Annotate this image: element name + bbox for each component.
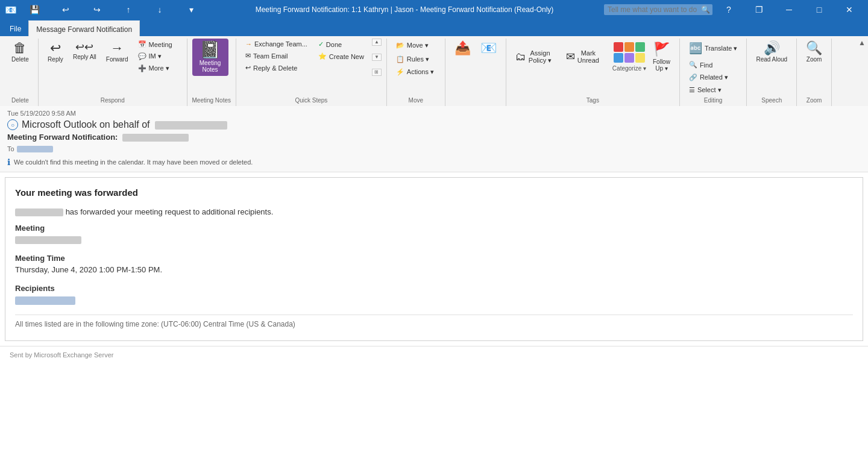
related-button[interactable]: 🔗 Related ▾ xyxy=(685,72,742,83)
reply-delete-icon: ↩ xyxy=(245,64,251,72)
help-button[interactable]: ? xyxy=(715,0,743,19)
exchange-team-button[interactable]: → Exchange Team... xyxy=(241,39,312,49)
translate-button[interactable]: 🔤 Translate ▾ xyxy=(685,39,742,58)
forward-button[interactable]: → Forward xyxy=(102,39,133,66)
color-green xyxy=(635,42,645,52)
categorize-label: Categorize ▾ xyxy=(612,65,646,72)
meeting-notes-group-label: Meeting Notes xyxy=(192,96,231,106)
move-buttons: 📂 Move ▾ 📋 Rules ▾ ⚡ Actions ▾ xyxy=(392,39,440,96)
meeting-notes-button[interactable]: 📓 MeetingNotes xyxy=(192,39,228,76)
forward-icon: → xyxy=(110,42,124,55)
meeting-button[interactable]: 📅 Meeting xyxy=(134,39,182,50)
window-title: Meeting Forward Notification: 1:1 Kathry… xyxy=(256,5,554,14)
save-button[interactable]: 💾 xyxy=(20,0,48,19)
customize-button[interactable]: ▾ xyxy=(177,0,205,19)
zoom-button[interactable]: 🔍 Zoom xyxy=(802,39,826,66)
quick-steps-list-2: ✓ Done ⭐ Create New xyxy=(314,39,368,96)
respond-buttons: ↩ Reply ↩↩ Reply All → Forward 📅 Meeting… xyxy=(43,39,182,96)
tags-group-label: Tags xyxy=(511,96,675,106)
tags-buttons: 🗂 AssignPolicy ▾ ✉ MarkUnread xyxy=(511,39,675,96)
email-date: Tue 5/19/2020 9:58 AM xyxy=(7,110,861,117)
more-icon: ➕ xyxy=(138,64,146,72)
rules-icon: 📋 xyxy=(396,55,404,63)
done-button[interactable]: ✓ Done xyxy=(314,39,368,50)
undo-button[interactable]: ↩ xyxy=(52,0,80,19)
ribbon-group-editing: 🔤 Translate ▾ 🔍 Find 🔗 Related ▾ ☰ Selec… xyxy=(680,39,747,106)
reply-delete-button[interactable]: ↩ Reply & Delete xyxy=(241,62,312,74)
color-orange xyxy=(624,42,634,52)
ribbon-group-delete: 🗑 Delete Delete xyxy=(2,39,39,106)
respond-small-buttons: 📅 Meeting 💬 IM ▾ ➕ More ▾ xyxy=(134,39,182,74)
email-sender-row: ○ Microsoft Outlook on behalf of xyxy=(7,119,861,130)
down-button[interactable]: ↓ xyxy=(146,0,174,19)
scroll-expand-arrow[interactable]: ⊞ xyxy=(372,69,382,76)
editing-content: 🔤 Translate ▾ 🔍 Find 🔗 Related ▾ ☰ Selec… xyxy=(685,39,742,96)
follow-up-button[interactable]: 🚩 FollowUp ▾ xyxy=(649,39,675,75)
redo-button[interactable]: ↪ xyxy=(83,0,111,19)
meeting-icon: 📅 xyxy=(138,40,146,48)
outbox-button[interactable]: 📤 xyxy=(450,39,475,58)
find-button[interactable]: 🔍 Find xyxy=(685,59,742,70)
respond-group-label: Respond xyxy=(43,96,182,106)
up-button[interactable]: ↑ xyxy=(115,0,142,19)
meeting-time-label: Meeting Time xyxy=(15,254,853,263)
create-new-button[interactable]: ⭐ Create New xyxy=(314,51,368,62)
maximize-button[interactable]: □ xyxy=(805,0,833,19)
server-note: Sent by Microsoft Exchange Server xyxy=(10,351,113,359)
read-aloud-button[interactable]: 🔊 Read Aloud xyxy=(752,39,791,66)
restore-button[interactable]: ❐ xyxy=(745,0,773,19)
minimize-button[interactable]: ─ xyxy=(775,0,803,19)
reply-all-button[interactable]: ↩↩ Reply All xyxy=(69,39,101,63)
tab-message[interactable]: Message Forward Notification xyxy=(28,20,140,36)
search-wrap[interactable]: 🔍 xyxy=(604,4,712,15)
ribbon-tabs: File Message Forward Notification xyxy=(0,19,868,36)
search-icon: 🔍 xyxy=(701,5,710,14)
quick-steps-scrollbar[interactable]: ▲ ▼ ⊞ xyxy=(372,39,382,76)
read-aloud-icon: 🔊 xyxy=(764,42,780,55)
inbox-icon: 📧 xyxy=(480,42,497,55)
meeting-notes-buttons: 📓 MeetingNotes xyxy=(192,39,228,96)
reply-button[interactable]: ↩ Reply xyxy=(43,39,68,66)
inbox-button[interactable]: 📧 xyxy=(476,39,501,58)
ribbon-group-icons: 📤 📧 xyxy=(445,39,506,106)
assign-policy-button[interactable]: 🗂 AssignPolicy ▾ xyxy=(511,48,559,66)
move-icon: 📂 xyxy=(396,42,404,49)
email-to-row: To xyxy=(7,145,861,152)
rules-button[interactable]: 📋 Rules ▾ xyxy=(392,54,440,65)
team-email-icon: ✉ xyxy=(245,52,251,60)
categorize-follow-wrap: Categorize ▾ xyxy=(612,42,646,72)
ribbon-search-input[interactable] xyxy=(604,4,712,15)
quick-steps-group-label: Quick Steps xyxy=(241,96,382,106)
zoom-icon: 🔍 xyxy=(806,42,822,55)
meeting-notes-icon: 📓 xyxy=(200,42,221,58)
delete-group-label: Delete xyxy=(7,96,33,106)
tags-top-row: 🗂 AssignPolicy ▾ ✉ MarkUnread xyxy=(511,39,675,75)
ribbon-group-meeting-notes: 📓 MeetingNotes Meeting Notes xyxy=(187,39,236,106)
mark-unread-icon: ✉ xyxy=(566,50,575,63)
team-email-button[interactable]: ✉ Team Email xyxy=(241,50,312,61)
icon-group-buttons: 📤 📧 xyxy=(450,39,501,102)
im-button[interactable]: 💬 IM ▾ xyxy=(134,51,182,62)
info-icon: ℹ xyxy=(7,157,10,167)
scroll-down-arrow[interactable]: ▼ xyxy=(372,54,382,61)
title-bar-right: 🔍 ? ❐ ─ □ ✕ xyxy=(604,0,863,19)
delete-button[interactable]: 🗑 Delete xyxy=(7,39,33,66)
editing-group-label: Editing xyxy=(685,96,742,106)
create-new-icon: ⭐ xyxy=(318,52,327,60)
actions-button[interactable]: ⚡ Actions ▾ xyxy=(392,66,440,78)
title-bar: 📧 💾 ↩ ↪ ↑ ↓ ▾ Meeting Forward Notificati… xyxy=(0,0,868,19)
info-bar: ℹ We couldn't find this meeting in the c… xyxy=(7,155,861,169)
select-button[interactable]: ☰ Select ▾ xyxy=(685,84,742,96)
tab-file[interactable]: File xyxy=(2,20,28,36)
exchange-team-icon: → xyxy=(245,40,252,48)
email-subject: Meeting Forward Notification: xyxy=(7,133,861,142)
body-forwarder-line: has forwarded your meeting request to ad… xyxy=(15,207,853,216)
more-button[interactable]: ➕ More ▾ xyxy=(134,63,182,74)
translate-icon: 🔤 xyxy=(689,42,702,55)
ribbon-collapse-button[interactable]: ▲ xyxy=(858,39,866,47)
move-button[interactable]: 📂 Move ▾ xyxy=(392,39,440,52)
sender-redacted xyxy=(155,121,227,130)
close-button[interactable]: ✕ xyxy=(835,0,863,19)
scroll-up-arrow[interactable]: ▲ xyxy=(372,39,382,46)
mark-unread-button[interactable]: ✉ MarkUnread xyxy=(562,48,610,66)
